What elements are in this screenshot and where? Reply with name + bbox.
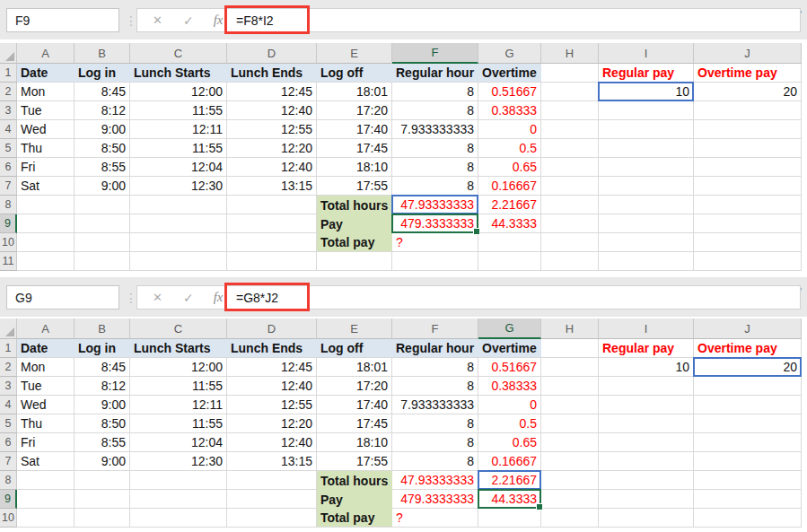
select-all-corner[interactable] [0, 318, 17, 339]
cell-F1[interactable]: Regular hour [392, 339, 478, 358]
cell-F8[interactable]: 47.93333333 [392, 196, 478, 214]
cell-C6[interactable]: 12:04 [130, 158, 227, 177]
cell-C4[interactable]: 12:11 [130, 120, 227, 139]
cell-I6[interactable] [599, 433, 694, 452]
cell-G7[interactable]: 0.16667 [478, 177, 541, 196]
cell-B8[interactable] [75, 471, 130, 490]
cell-F8[interactable]: 47.93333333 [392, 471, 478, 490]
cell-B7[interactable]: 9:00 [75, 177, 130, 196]
row-header-3[interactable]: 3 [0, 101, 17, 120]
cell-I9[interactable] [599, 490, 694, 509]
cell-I8[interactable] [599, 196, 694, 214]
cell-G3[interactable]: 0.38333 [478, 377, 541, 396]
cell-H9[interactable] [541, 490, 599, 509]
column-header-F[interactable]: F [392, 318, 478, 339]
cell-D3[interactable]: 12:40 [227, 101, 317, 120]
cell-E4[interactable]: 17:40 [317, 396, 392, 414]
cell-A5[interactable]: Thu [17, 139, 75, 158]
cell-D7[interactable]: 13:15 [227, 452, 317, 471]
column-header-H[interactable]: H [541, 318, 599, 339]
cell-A3[interactable]: Tue [17, 377, 75, 396]
cell-H5[interactable] [541, 139, 599, 158]
cell-J4[interactable] [694, 120, 802, 139]
cell-E3[interactable]: 17:20 [317, 377, 392, 396]
cell-D7[interactable]: 13:15 [227, 177, 317, 196]
cell-I7[interactable] [599, 452, 694, 471]
cell-B4[interactable]: 9:00 [75, 396, 130, 414]
cell-A8[interactable] [17, 196, 75, 214]
formula-input[interactable]: =F8*I2 [236, 9, 274, 31]
cell-C2[interactable]: 12:00 [130, 358, 227, 377]
cell-C10[interactable] [130, 233, 227, 252]
cell-G4[interactable]: 0 [478, 120, 541, 139]
row-header-8[interactable]: 8 [0, 196, 17, 214]
row-header-5[interactable]: 5 [0, 414, 17, 433]
cell-J1[interactable]: Overtime pay [694, 339, 802, 358]
cell-J3[interactable] [694, 101, 802, 120]
cell-D8[interactable] [227, 471, 317, 490]
row-header-2[interactable]: 2 [0, 83, 17, 101]
formula-bar[interactable]: ✕ ✓ fx =F8*I2 [136, 8, 801, 32]
row-header-1[interactable]: 1 [0, 64, 17, 83]
row-header-7[interactable]: 7 [0, 177, 17, 196]
column-header-C[interactable]: C [130, 318, 227, 339]
cell-F2[interactable]: 8 [392, 358, 478, 377]
cell-E6[interactable]: 18:10 [317, 158, 392, 177]
cell-A11[interactable] [17, 252, 75, 271]
row-header-6[interactable]: 6 [0, 433, 17, 452]
cell-B5[interactable]: 8:50 [75, 414, 130, 433]
cell-D6[interactable]: 12:40 [227, 433, 317, 452]
column-header-J[interactable]: J [694, 318, 802, 339]
cell-J2[interactable]: 20 [694, 83, 802, 101]
cell-H7[interactable] [541, 177, 599, 196]
cell-E10[interactable]: Total pay [317, 509, 392, 528]
cell-F5[interactable]: 8 [392, 139, 478, 158]
cell-C4[interactable]: 12:11 [130, 396, 227, 414]
cell-I5[interactable] [599, 139, 694, 158]
cell-J7[interactable] [694, 452, 802, 471]
cell-C10[interactable] [130, 509, 227, 528]
cell-B7[interactable]: 9:00 [75, 452, 130, 471]
cell-F9[interactable]: 479.3333333 [392, 214, 478, 233]
cell-G10[interactable] [478, 509, 541, 528]
cell-A6[interactable]: Fri [17, 433, 75, 452]
enter-icon[interactable]: ✓ [183, 291, 194, 305]
row-header-2[interactable]: 2 [0, 358, 17, 377]
cell-H4[interactable] [541, 120, 599, 139]
column-header-H[interactable]: H [541, 43, 599, 64]
cell-D10[interactable] [227, 233, 317, 252]
cell-B8[interactable] [75, 196, 130, 214]
cell-I8[interactable] [599, 471, 694, 490]
cell-B1[interactable]: Log in [75, 64, 130, 83]
cell-J9[interactable] [694, 214, 802, 233]
cell-A1[interactable]: Date [17, 339, 75, 358]
cell-I10[interactable] [599, 509, 694, 528]
cell-H2[interactable] [541, 358, 599, 377]
column-header-D[interactable]: D [227, 318, 317, 339]
cancel-icon[interactable]: ✕ [153, 291, 162, 304]
cell-H10[interactable] [541, 233, 599, 252]
cell-C2[interactable]: 12:00 [130, 83, 227, 101]
column-header-A[interactable]: A [17, 318, 75, 339]
cell-H4[interactable] [541, 396, 599, 414]
cell-B1[interactable]: Log in [75, 339, 130, 358]
cell-F2[interactable]: 8 [392, 83, 478, 101]
cell-H7[interactable] [541, 452, 599, 471]
cell-G1[interactable]: Overtime [478, 339, 541, 358]
cell-H2[interactable] [541, 83, 599, 101]
cell-C9[interactable] [130, 214, 227, 233]
cell-H6[interactable] [541, 158, 599, 177]
cancel-icon[interactable]: ✕ [153, 13, 162, 27]
cell-H9[interactable] [541, 214, 599, 233]
cell-D8[interactable] [227, 196, 317, 214]
cell-H8[interactable] [541, 471, 599, 490]
cell-G9[interactable]: 44.3333 [478, 214, 541, 233]
cell-G11[interactable] [478, 252, 541, 271]
cell-B10[interactable] [75, 233, 130, 252]
cell-A4[interactable]: Wed [17, 120, 75, 139]
cell-G9[interactable]: 44.3333 [478, 490, 541, 509]
cell-I4[interactable] [599, 396, 694, 414]
cell-B9[interactable] [75, 490, 130, 509]
cell-E9[interactable]: Pay [317, 490, 392, 509]
cell-F6[interactable]: 8 [392, 158, 478, 177]
